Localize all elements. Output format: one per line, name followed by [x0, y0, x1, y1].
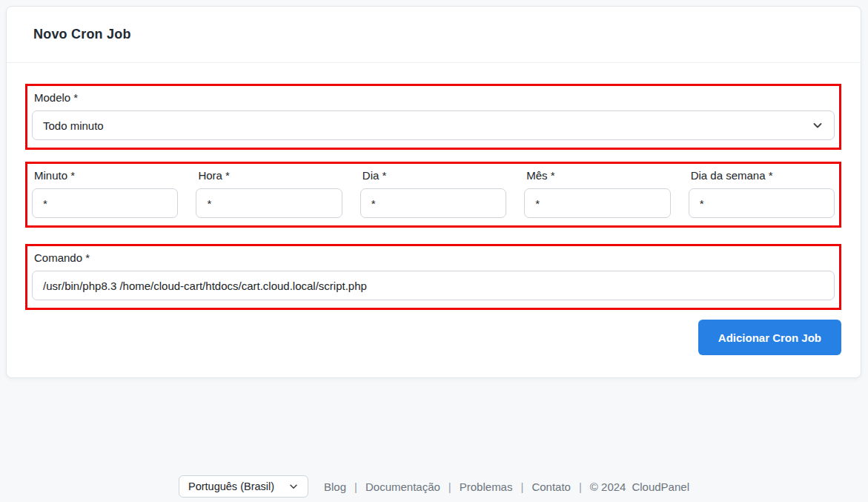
annotation-box-schedule: Minuto * Hora * Dia * Mês * Dia da seman…: [25, 162, 841, 228]
field-mes: Mês *: [524, 167, 670, 218]
new-cron-job-card: Novo Cron Job Modelo * Todo minuto Minut…: [6, 6, 861, 378]
copyright: © 2024 CloudPanel: [590, 480, 689, 493]
page-title: Novo Cron Job: [33, 27, 131, 42]
comando-input[interactable]: [32, 271, 835, 300]
minuto-input[interactable]: [32, 188, 178, 218]
dia-da-semana-input[interactable]: [689, 188, 835, 218]
field-dia-da-semana: Dia da semana *: [689, 167, 835, 218]
annotation-box-modelo: Modelo * Todo minuto: [25, 84, 841, 150]
copyright-year: © 2024: [590, 480, 626, 493]
field-minuto: Minuto *: [32, 167, 178, 218]
mes-input[interactable]: [524, 188, 670, 218]
separator: |: [354, 480, 357, 493]
footer-link-blog[interactable]: Blog: [324, 480, 346, 493]
minuto-label: Minuto *: [34, 169, 178, 182]
separator: |: [579, 480, 582, 493]
comando-label: Comando *: [34, 251, 835, 264]
chevron-down-icon: [288, 481, 299, 492]
hora-label: Hora *: [198, 169, 342, 182]
dia-da-semana-label: Dia da semana *: [691, 169, 835, 182]
footer: Português (Brasil) Blog | Documentação |…: [0, 475, 868, 498]
footer-link-contato[interactable]: Contato: [531, 480, 571, 493]
field-dia: Dia *: [360, 167, 506, 218]
footer-links: Blog | Documentação | Problemas | Contat…: [324, 480, 689, 493]
hora-input[interactable]: [196, 188, 342, 218]
language-select[interactable]: Português (Brasil): [179, 475, 308, 498]
separator: |: [520, 480, 523, 493]
brand-name: CloudPanel: [632, 480, 689, 493]
dia-label: Dia *: [362, 169, 506, 182]
add-cron-job-button[interactable]: Adicionar Cron Job: [698, 320, 841, 355]
modelo-select[interactable]: Todo minuto: [32, 110, 835, 140]
mes-label: Mês *: [526, 169, 670, 182]
modelo-selected-value: Todo minuto: [43, 119, 104, 132]
footer-link-documentacao[interactable]: Documentação: [365, 480, 440, 493]
field-hora: Hora *: [196, 167, 342, 218]
separator: |: [448, 480, 451, 493]
dia-input[interactable]: [360, 188, 506, 218]
card-header: Novo Cron Job: [7, 7, 861, 63]
cron-job-form: Modelo * Todo minuto Minuto * Hora * Dia…: [7, 63, 861, 377]
annotation-box-comando: Comando *: [25, 244, 841, 310]
language-selected-value: Português (Brasil): [188, 480, 274, 492]
footer-link-problemas[interactable]: Problemas: [460, 480, 513, 493]
modelo-label: Modelo *: [34, 91, 835, 104]
chevron-down-icon: [812, 119, 824, 131]
